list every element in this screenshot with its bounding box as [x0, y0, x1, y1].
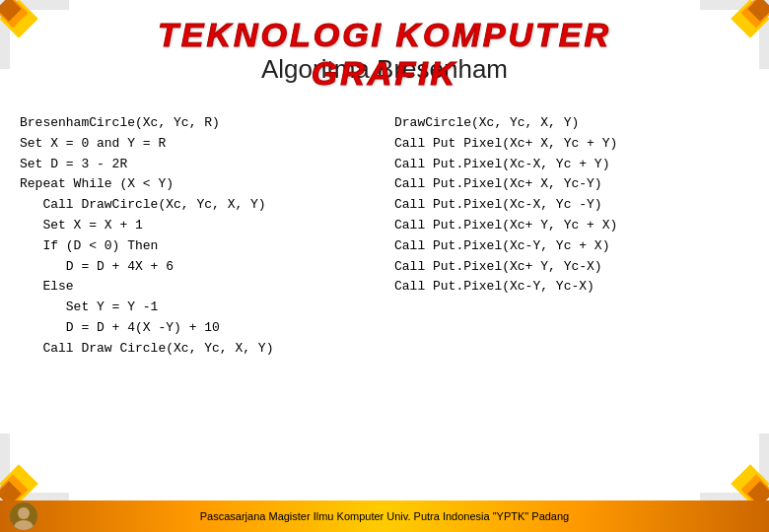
svg-point-17 [18, 507, 30, 519]
main-content: BresenhamCircle(Xc, Yc, R) Set X = 0 and… [20, 113, 749, 483]
header: TEKNOLOGI KOMPUTER GRAFIK [0, 8, 769, 100]
right-code-text: DrawCircle(Xc, Yc, X, Y) Call Put Pixel(… [394, 113, 749, 298]
footer-bar: Pascasarjana Magister Ilmu Komputer Univ… [0, 500, 769, 532]
main-title: TEKNOLOGI KOMPUTER GRAFIK [79, 16, 690, 93]
footer-avatar [10, 502, 37, 530]
footer-text: Pascasarjana Magister Ilmu Komputer Univ… [200, 510, 569, 522]
right-code-block: DrawCircle(Xc, Yc, X, Y) Call Put Pixel(… [394, 113, 749, 483]
left-code-block: BresenhamCircle(Xc, Yc, R) Set X = 0 and… [20, 113, 375, 483]
left-code-text: BresenhamCircle(Xc, Yc, R) Set X = 0 and… [20, 113, 375, 360]
